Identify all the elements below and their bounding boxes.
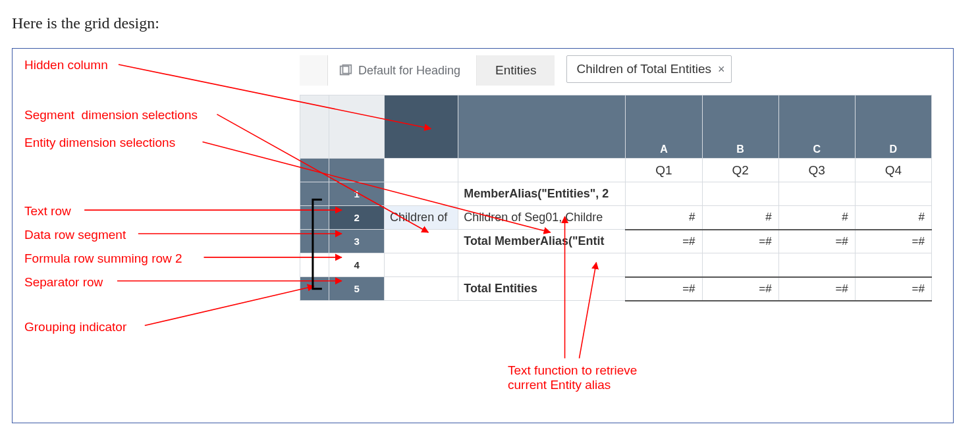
pov-member-chip-label: Children of Total Entities [576, 62, 711, 76]
grid-row: 5 Total Entities =# =# =# =# [300, 277, 932, 301]
callout-formula-row: Formula row summing row 2 [24, 251, 182, 266]
data-cell[interactable]: =# [626, 230, 702, 253]
row-gutter[interactable] [300, 230, 329, 253]
intro-text: Here is the grid design: [12, 14, 968, 32]
data-cell[interactable]: =# [778, 277, 855, 301]
heading-icon [339, 63, 353, 78]
pov-dimension-button[interactable]: Entities [477, 55, 555, 86]
col-q1[interactable]: Q1 [626, 159, 702, 182]
row-number[interactable]: 5 [329, 277, 385, 301]
row-description[interactable]: Children of Seg01, Childre [458, 206, 626, 230]
pov-heading[interactable]: Default for Heading [328, 55, 477, 86]
grid-row: 4 [300, 253, 932, 277]
col-header-desc[interactable] [458, 95, 626, 159]
pov-tab-handle[interactable] [300, 55, 328, 86]
annotated-figure: Hidden column Segment dimension selectio… [12, 48, 954, 423]
row-gutter[interactable] [300, 277, 329, 301]
data-cell[interactable]: =# [702, 277, 778, 301]
callout-text-function: Text function to retrieve current Entity… [508, 363, 637, 392]
data-cell[interactable]: =# [855, 277, 931, 301]
col-header-b[interactable]: B [702, 95, 778, 159]
row-description[interactable]: MemberAlias("Entities", 2 [458, 182, 626, 206]
cell-blank[interactable] [385, 159, 458, 182]
col-q3[interactable]: Q3 [778, 159, 855, 182]
col-header-c[interactable]: C [778, 95, 855, 159]
data-cell[interactable] [626, 253, 702, 277]
row-number[interactable]: 2 [329, 206, 385, 230]
data-cell[interactable] [626, 182, 702, 206]
segment-cell[interactable] [385, 253, 458, 277]
svg-line-9 [145, 286, 314, 326]
data-cell[interactable] [778, 182, 855, 206]
data-cell[interactable] [778, 253, 855, 277]
data-cell[interactable]: # [626, 206, 702, 230]
callout-entity-dim: Entity dimension selections [24, 136, 175, 150]
grid-row: 2 Children of Children of Seg01, Childre… [300, 206, 932, 230]
data-cell[interactable]: # [702, 206, 778, 230]
data-cell[interactable]: =# [702, 230, 778, 253]
callout-grouping: Grouping indicator [24, 320, 126, 334]
row-number[interactable]: 4 [329, 253, 385, 277]
row-header-q[interactable] [329, 159, 385, 182]
close-icon[interactable]: × [718, 63, 725, 76]
col-q4[interactable]: Q4 [855, 159, 931, 182]
row-gutter[interactable] [300, 206, 329, 230]
segment-cell[interactable] [385, 182, 458, 206]
grid-corner[interactable] [300, 95, 329, 159]
pov-bar: Default for Heading Entities Children of… [300, 55, 944, 86]
pov-member-chip[interactable]: Children of Total Entities × [566, 55, 732, 83]
col-header-d[interactable]: D [855, 95, 931, 159]
segment-cell[interactable] [385, 230, 458, 253]
segment-cell[interactable] [385, 277, 458, 301]
row-number[interactable]: 3 [329, 230, 385, 253]
hidden-column-header[interactable] [385, 95, 458, 159]
callout-hidden-column: Hidden column [24, 58, 108, 72]
callout-data-row: Data row segment [24, 228, 126, 242]
data-cell[interactable] [855, 253, 931, 277]
design-grid: A B C D Q1 Q2 Q3 Q4 [300, 95, 932, 301]
col-q2[interactable]: Q2 [702, 159, 778, 182]
segment-cell[interactable]: Children of [385, 206, 458, 230]
data-cell[interactable]: =# [626, 277, 702, 301]
cell-blank[interactable] [458, 159, 626, 182]
row-description[interactable]: Total MemberAlias("Entit [458, 230, 626, 253]
data-cell[interactable]: =# [778, 230, 855, 253]
row-gutter[interactable] [300, 182, 329, 206]
row-description[interactable] [458, 253, 626, 277]
grid-designer: Default for Heading Entities Children of… [300, 55, 944, 301]
data-cell[interactable] [702, 253, 778, 277]
callout-separator-row: Separator row [24, 275, 103, 290]
row-description[interactable]: Total Entities [458, 277, 626, 301]
data-cell[interactable]: # [855, 206, 931, 230]
grid-corner-rownum[interactable] [329, 95, 385, 159]
data-cell[interactable]: =# [855, 230, 931, 253]
grid-row: 1 MemberAlias("Entities", 2 [300, 182, 932, 206]
callout-text-row: Text row [24, 204, 71, 219]
pov-heading-label: Default for Heading [358, 64, 460, 78]
grid-row: 3 Total MemberAlias("Entit =# =# =# =# [300, 230, 932, 253]
data-cell[interactable]: # [778, 206, 855, 230]
data-cell[interactable] [702, 182, 778, 206]
row-gutter[interactable] [300, 253, 329, 277]
row-gutter-q[interactable] [300, 159, 329, 182]
col-header-a[interactable]: A [626, 95, 702, 159]
callout-segment-dim: Segment dimension selections [24, 108, 198, 122]
row-number[interactable]: 1 [329, 182, 385, 206]
pov-dimension-label: Entities [495, 63, 536, 78]
data-cell[interactable] [855, 182, 931, 206]
